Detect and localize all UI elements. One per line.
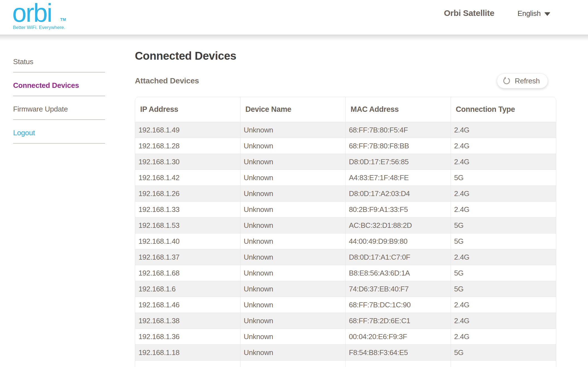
table-row: 192.168.1.33Unknown80:2B:F9:A1:33:F52.4G [135,201,556,217]
table-cell: 5G [451,265,556,281]
table-cell: Unknown [240,297,346,313]
table-cell: Unknown [240,329,346,344]
table-cell: 192.168.1.30 [135,154,240,170]
table-cell: Unknown [240,344,346,360]
brand-trademark: TM [60,17,66,22]
language-selector-value: English [517,9,541,18]
column-header: Device Name [240,97,346,122]
column-header: Connection Type [451,97,556,122]
sidebar-item-status[interactable]: Status [13,49,105,73]
table-cell: 5G [451,344,556,360]
device-table-body: 192.168.1.49Unknown68:FF:7B:80:F5:4F2.4G… [135,122,556,367]
table-cell: 2.4G [451,138,556,154]
table-cell: F8:54:B8:F3:64:E5 [346,344,451,360]
section-title: Attached Devices [135,77,199,85]
table-cell: Unknown [240,249,346,265]
table-row: 192.168.1.46Unknown68:FF:7B:DC:1C:902.4G [135,297,556,313]
table-cell: Unknown [240,313,346,329]
device-mode-label: Orbi Satellite [444,8,494,19]
table-row: 192.168.1.68UnknownB8:E8:56:A3:6D:1A5G [135,265,556,281]
table-cell: 192.168.1.68 [135,265,240,281]
sidebar-item-logout[interactable]: Logout [13,120,105,144]
table-cell: 192.168.1.46 [135,297,240,313]
table-cell: 2.4G [451,201,556,217]
table-row [135,360,556,367]
attached-devices-table: IP AddressDevice NameMAC AddressConnecti… [135,97,556,367]
header-shadow [0,35,588,41]
sidebar-item-connected-devices[interactable]: Connected Devices [13,73,105,96]
table-cell: Unknown [240,201,346,217]
table-cell: D8:0D:17:E7:56:85 [346,154,451,170]
table-cell: Unknown [240,185,346,201]
table-cell: 192.168.1.28 [135,138,240,154]
table-row: 192.168.1.26UnknownD8:0D:17:A2:03:D42.4G [135,185,556,201]
table-cell: Unknown [240,154,346,170]
table-row: 192.168.1.6Unknown74:D6:37:EB:40:F75G [135,281,556,297]
table-cell: 192.168.1.18 [135,344,240,360]
table-cell: Unknown [240,265,346,281]
table-row: 192.168.1.18UnknownF8:54:B8:F3:64:E55G [135,344,556,360]
brand-logo: orbi TM Better WiFi. Everywhere. [0,0,89,35]
table-row: 192.168.1.38Unknown68:FF:7B:2D:6E:C12.4G [135,313,556,329]
header: orbi TM Better WiFi. Everywhere. Orbi Sa… [0,0,588,35]
table-row: 192.168.1.36Unknown00:04:20:E6:F9:3F2.4G [135,329,556,344]
table-row: 192.168.1.28Unknown68:FF:7B:80:F8:BB2.4G [135,138,556,154]
table-cell: 44:00:49:D9:B9:80 [346,233,451,249]
table-cell: 00:04:20:E6:F9:3F [346,329,451,344]
table-cell: 5G [451,233,556,249]
table-cell: 74:D6:37:EB:40:F7 [346,281,451,297]
refresh-button[interactable]: Refresh [497,73,548,88]
table-cell: 192.168.1.37 [135,249,240,265]
table-cell: 68:FF:7B:80:F5:4F [346,122,451,138]
brand-tagline: Better WiFi. Everywhere. [13,25,65,30]
table-row: 192.168.1.37UnknownD8:0D:17:A1:C7:0F2.4G [135,249,556,265]
table-cell: 68:FF:7B:DC:1C:90 [346,297,451,313]
table-cell: D8:0D:17:A1:C7:0F [346,249,451,265]
column-header: MAC Address [346,97,451,122]
table-cell: 2.4G [451,154,556,170]
table-cell: 5G [451,217,556,233]
refresh-icon [502,76,511,85]
table-cell: Unknown [240,233,346,249]
table-row: 192.168.1.49Unknown68:FF:7B:80:F5:4F2.4G [135,122,556,138]
table-cell: 5G [451,281,556,297]
table-row: 192.168.1.30UnknownD8:0D:17:E7:56:852.4G [135,154,556,170]
table-cell: 192.168.1.6 [135,281,240,297]
table-cell: 192.168.1.53 [135,217,240,233]
language-selector[interactable]: English [517,8,550,18]
table-cell: Unknown [240,170,346,185]
page: orbi TM Better WiFi. Everywhere. Orbi Sa… [0,0,588,367]
sidebar: Status Connected Devices Firmware Update… [13,49,105,144]
table-cell: 68:FF:7B:80:F8:BB [346,138,451,154]
table-cell: Unknown [240,281,346,297]
table-cell [135,360,240,367]
section-header-row: Attached Devices Refresh [135,73,556,89]
table-cell: A4:83:E7:1F:48:FE [346,170,451,185]
table-cell [451,360,556,367]
table-cell: 80:2B:F9:A1:33:F5 [346,201,451,217]
table-cell: D8:0D:17:A2:03:D4 [346,185,451,201]
table-cell: 192.168.1.42 [135,170,240,185]
table-cell: 2.4G [451,329,556,344]
table-row: 192.168.1.40Unknown44:00:49:D9:B9:805G [135,233,556,249]
refresh-button-label: Refresh [515,77,540,85]
table-cell: B8:E8:56:A3:6D:1A [346,265,451,281]
table-cell [240,360,346,367]
main-content: Connected Devices Attached Devices Refre… [135,50,556,367]
table-row: 192.168.1.42UnknownA4:83:E7:1F:48:FE5G [135,170,556,185]
column-header: IP Address [135,97,240,122]
table-cell: 192.168.1.26 [135,185,240,201]
table-cell: Unknown [240,217,346,233]
table-cell: 2.4G [451,297,556,313]
table-cell: 2.4G [451,249,556,265]
table-row: 192.168.1.53UnknownAC:BC:32:D1:88:2D5G [135,217,556,233]
table-cell: 192.168.1.36 [135,329,240,344]
table-cell: Unknown [240,138,346,154]
table-cell [346,360,451,367]
sidebar-item-firmware-update[interactable]: Firmware Update [13,96,105,120]
page-title: Connected Devices [135,50,556,62]
table-cell: 2.4G [451,185,556,201]
chevron-down-icon [544,12,550,16]
table-cell: Unknown [240,122,346,138]
table-cell: 2.4G [451,313,556,329]
